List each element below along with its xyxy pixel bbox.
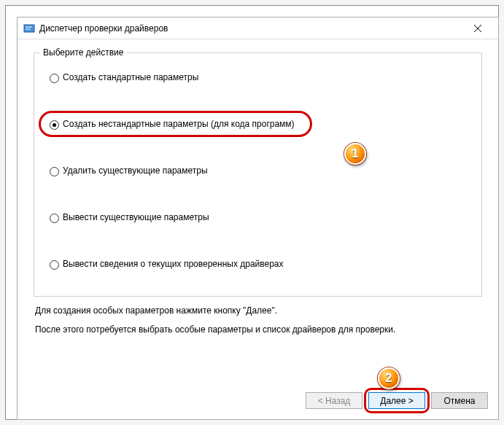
radio-label: Вывести существующие параметры	[63, 212, 209, 222]
screenshot-frame: Диспетчер проверки драйверов Выберите де…	[5, 5, 499, 420]
content-area: Выберите действие Создать стандартные па…	[18, 39, 498, 385]
radio-delete-existing[interactable]: Удалить существующие параметры	[46, 165, 470, 176]
description-line-1: Для создания особых параметров нажмите к…	[35, 305, 481, 316]
button-bar: < Назад Далее > Отмена	[18, 385, 498, 419]
radio-input[interactable]	[50, 120, 59, 130]
action-groupbox: Выберите действие Создать стандартные па…	[34, 52, 482, 297]
radio-show-verified[interactable]: Вывести сведения о текущих проверенных д…	[46, 258, 470, 270]
radio-label: Вывести сведения о текущих проверенных д…	[63, 259, 284, 269]
radio-input[interactable]	[50, 214, 59, 223]
next-button-highlight-wrap: Далее >	[368, 392, 425, 409]
radio-label: Создать стандартные параметры	[63, 72, 198, 82]
dialog-window: Диспетчер проверки драйверов Выберите де…	[17, 17, 499, 420]
close-button[interactable]	[463, 18, 492, 39]
radio-input[interactable]	[50, 260, 59, 270]
radio-input[interactable]	[50, 167, 59, 176]
titlebar: Диспетчер проверки драйверов	[18, 17, 498, 39]
app-icon	[23, 23, 35, 34]
radio-label: Удалить существующие параметры	[63, 165, 208, 176]
radio-label: Создать нестандартные параметры (для код…	[63, 119, 295, 129]
radio-input[interactable]	[50, 74, 59, 83]
svg-rect-0	[24, 25, 34, 32]
description-area: Для создания особых параметров нажмите к…	[34, 297, 482, 335]
window-title: Диспетчер проверки драйверов	[39, 23, 463, 34]
next-button[interactable]: Далее >	[368, 392, 425, 409]
radio-create-standard[interactable]: Создать стандартные параметры	[46, 71, 470, 83]
cancel-button[interactable]: Отмена	[431, 392, 488, 409]
groupbox-legend: Выберите действие	[40, 47, 126, 58]
back-button: < Назад	[306, 392, 363, 409]
description-line-2: После этого потребуется выбрать особые п…	[35, 324, 481, 335]
radio-create-custom[interactable]: Создать нестандартные параметры (для код…	[46, 118, 470, 130]
radio-show-existing[interactable]: Вывести существующие параметры	[46, 211, 470, 223]
